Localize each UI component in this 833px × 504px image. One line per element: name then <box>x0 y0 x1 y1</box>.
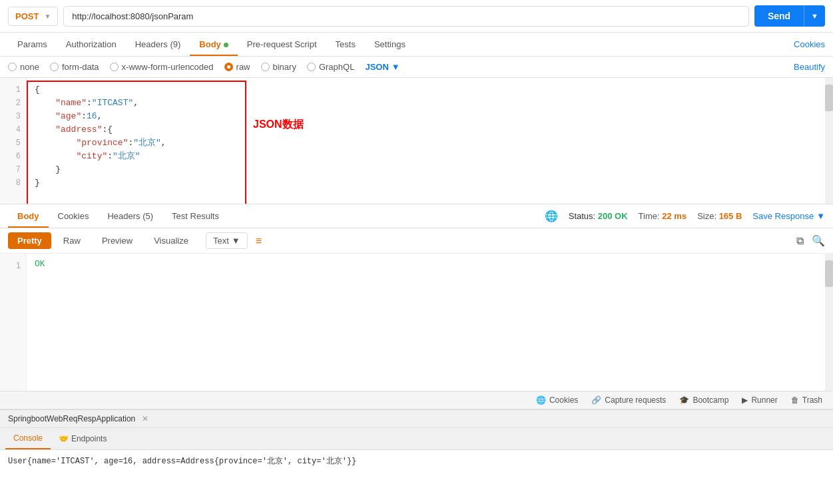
console-output: User{name='ITCAST', age=16, address=Addr… <box>0 450 833 472</box>
option-urlencoded[interactable]: x-www-form-urlencoded <box>110 62 214 72</box>
beautify-button[interactable]: Beautify <box>794 62 825 72</box>
sub-tab-raw[interactable]: Raw <box>54 232 90 249</box>
option-none-label: none <box>20 62 39 72</box>
copy-response-button[interactable]: ⧉ <box>796 234 804 247</box>
time-value: 22 ms <box>662 211 687 221</box>
tab-params[interactable]: Params <box>8 33 57 56</box>
console-tab-console[interactable]: Console <box>5 428 51 449</box>
save-response-button[interactable]: Save Response ▼ <box>752 211 825 221</box>
option-binary-label: binary <box>273 62 296 72</box>
sub-tab-visualize[interactable]: Visualize <box>144 232 198 249</box>
tab-pre-request[interactable]: Pre-request Script <box>238 33 326 56</box>
body-options: none form-data x-www-form-urlencoded raw… <box>0 57 833 78</box>
response-sub-tabs: Pretty Raw Preview Visualize Text ▼ ≡ ⧉ … <box>0 228 833 254</box>
save-response-label: Save Response <box>752 211 814 221</box>
resp-line-numbers: 1 <box>0 254 27 391</box>
send-button-group: Send ▼ <box>754 5 825 27</box>
resp-scrollbar-thumb <box>825 260 833 287</box>
runner-bar-item[interactable]: ▶ Runner <box>742 395 777 405</box>
request-tabs: Params Authorization Headers (9) Body Pr… <box>0 33 833 57</box>
response-section: Body Cookies Headers (5) Test Results 🌐 … <box>0 204 833 391</box>
line-numbers: 12345678 <box>0 78 27 204</box>
sub-tab-pretty[interactable]: Pretty <box>8 232 51 249</box>
option-raw[interactable]: raw <box>224 62 250 72</box>
app-close-button[interactable]: ✕ <box>142 414 148 423</box>
url-input[interactable] <box>63 6 749 27</box>
search-response-button[interactable]: 🔍 <box>812 234 825 247</box>
response-actions: ⧉ 🔍 <box>796 234 825 247</box>
tab-authorization[interactable]: Authorization <box>57 33 126 56</box>
option-raw-label: raw <box>236 62 250 72</box>
radio-binary <box>261 63 270 71</box>
send-button[interactable]: Send <box>754 5 804 27</box>
cookies-bar-item[interactable]: 🌐 Cookies <box>536 395 578 405</box>
code-line-2: "name":"ITCAST", <box>35 97 825 110</box>
console-bar: SpringbootWebReqRespApplication ✕ Consol… <box>0 409 833 472</box>
option-urlencoded-label: x-www-form-urlencoded <box>122 62 214 72</box>
method-label: POST <box>15 11 39 21</box>
option-form-data[interactable]: form-data <box>50 62 99 72</box>
code-line-3: "age":16, <box>35 110 825 123</box>
code-line-5: "province":"北京", <box>35 136 825 150</box>
json-format-select[interactable]: JSON ▼ <box>365 62 400 72</box>
radio-raw <box>224 63 233 71</box>
copy-icon: ⧉ <box>796 235 804 246</box>
resp-tab-test-results[interactable]: Test Results <box>162 204 228 228</box>
bootcamp-bar-item[interactable]: 🎓 Bootcamp <box>679 395 728 405</box>
bottom-bar: 🌐 Cookies 🔗 Capture requests 🎓 Bootcamp … <box>0 391 833 409</box>
text-format-dropdown[interactable]: Text ▼ <box>206 232 248 249</box>
trash-bar-label: Trash <box>802 395 822 405</box>
bootcamp-bar-icon: 🎓 <box>679 395 689 405</box>
tab-headers[interactable]: Headers (9) <box>126 33 190 56</box>
console-tabs: Console 🤝 Endpoints <box>0 428 833 450</box>
text-format-label: Text <box>213 236 229 246</box>
time-label: Time: 22 ms <box>639 211 687 221</box>
tab-settings[interactable]: Settings <box>365 33 415 56</box>
globe-bar-icon: 🌐 <box>536 395 546 405</box>
save-chevron-icon: ▼ <box>816 211 825 221</box>
link-bar-icon: 🔗 <box>591 395 601 405</box>
console-tab-endpoints[interactable]: 🤝 Endpoints <box>51 429 115 449</box>
capture-bar-item[interactable]: 🔗 Capture requests <box>591 395 666 405</box>
size-label: Size: 165 B <box>697 211 742 221</box>
option-form-data-label: form-data <box>62 62 99 72</box>
text-chevron-icon: ▼ <box>232 236 240 246</box>
tab-body[interactable]: Body <box>190 33 238 56</box>
option-graphql-label: GraphQL <box>319 62 354 72</box>
filter-icon[interactable]: ≡ <box>256 235 262 247</box>
json-chevron-icon: ▼ <box>392 62 400 72</box>
json-annotation: JSON数据 <box>253 118 304 131</box>
method-select[interactable]: POST ▼ <box>8 7 58 26</box>
resp-scrollbar[interactable] <box>825 254 833 391</box>
cookies-link[interactable]: Cookies <box>794 39 825 49</box>
method-chevron-icon: ▼ <box>44 13 51 20</box>
editor-scrollbar[interactable] <box>825 78 833 204</box>
radio-form-data <box>50 63 59 71</box>
resp-tab-body[interactable]: Body <box>8 204 49 228</box>
code-content[interactable]: { "name":"ITCAST", "age":16, "address":{… <box>27 78 833 204</box>
code-editor: 12345678 { "name":"ITCAST", "age":16, "a… <box>0 78 833 204</box>
endpoints-label: Endpoints <box>71 434 107 443</box>
trash-bar-icon: 🗑 <box>791 395 799 405</box>
send-dropdown-button[interactable]: ▼ <box>804 5 825 27</box>
search-icon: 🔍 <box>812 235 825 246</box>
option-binary[interactable]: binary <box>261 62 296 72</box>
trash-bar-item[interactable]: 🗑 Trash <box>791 395 822 405</box>
json-format-label: JSON <box>365 62 388 72</box>
code-line-4: "address":{ <box>35 123 825 136</box>
toolbar: POST ▼ Send ▼ <box>0 0 833 33</box>
option-graphql[interactable]: GraphQL <box>307 62 354 72</box>
response-body: 1 OK <box>0 254 833 391</box>
sub-tab-preview[interactable]: Preview <box>93 232 142 249</box>
resp-tab-headers[interactable]: Headers (5) <box>98 204 162 228</box>
scrollbar-thumb <box>825 85 833 111</box>
code-line-1: { <box>35 83 825 97</box>
resp-tab-cookies[interactable]: Cookies <box>49 204 99 228</box>
globe-icon: 🌐 <box>545 210 558 222</box>
code-line-6: "city":"北京" <box>35 150 825 163</box>
option-none[interactable]: none <box>8 62 39 72</box>
code-line-8: } <box>35 176 825 190</box>
tab-tests[interactable]: Tests <box>326 33 365 56</box>
size-value: 165 B <box>719 211 742 221</box>
capture-bar-label: Capture requests <box>605 395 666 405</box>
